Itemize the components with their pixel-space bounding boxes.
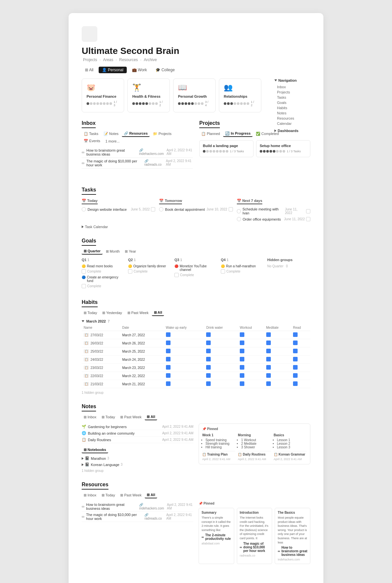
habit-cell-wake[interactable] (164, 347, 204, 356)
projects-filter-planned[interactable]: 📋 Planned (199, 131, 222, 137)
habit-cell-read[interactable] (291, 380, 310, 388)
notebooks-tab[interactable]: ⊞ Notebooks (82, 447, 108, 453)
goals-filter-quarter[interactable]: ⊞ Quarter (82, 248, 103, 255)
project-card-1[interactable]: Setup home office 1 / 3 Tasks (256, 140, 310, 157)
habit-check[interactable] (240, 373, 244, 378)
habit-cell-workout[interactable] (238, 331, 264, 339)
goals-filter-year[interactable]: ⊞ Year (123, 248, 138, 255)
goal-checkbox[interactable] (221, 269, 225, 274)
habit-check[interactable] (166, 365, 171, 370)
habit-cell-meditate[interactable] (264, 347, 291, 356)
area-card-1[interactable]: 🏋️ Health & Fitness 1 / 2 (127, 78, 170, 112)
task-checkbox[interactable] (82, 207, 86, 211)
habit-check[interactable] (166, 381, 171, 386)
habit-cell-water[interactable] (204, 380, 238, 388)
pinned-resource-card-2[interactable]: The Basics Most people equate product id… (275, 508, 310, 564)
habits-filter-all[interactable]: ⊞ All (152, 310, 164, 316)
projects-filter-inprogress[interactable]: 🔄 In Progress (223, 131, 253, 137)
habit-check[interactable] (206, 332, 211, 337)
inbox-filter-more[interactable]: 1 more... (104, 138, 122, 144)
notebook-item-1[interactable]: 📓 Korean Language 3 (82, 461, 193, 468)
habit-check[interactable] (166, 349, 171, 353)
habit-cell-workout[interactable] (238, 339, 264, 347)
habit-check[interactable] (266, 365, 271, 370)
habit-cell-water[interactable] (204, 331, 238, 339)
habits-filter-yesterday[interactable]: ⊞ Yesterday (100, 310, 124, 316)
resources-filter-inbox[interactable]: ⊞ Inbox (82, 492, 98, 498)
habit-check[interactable] (206, 349, 211, 353)
project-card-0[interactable]: Build a landing page 1 / 3 Tasks (199, 140, 253, 157)
nav-item-projects[interactable]: Projects (274, 90, 317, 95)
task-checkbox[interactable] (237, 217, 241, 221)
area-card-0[interactable]: 🐷 Personal Finance 1 / 3 (82, 78, 124, 112)
nav-item-habits[interactable]: Habits (274, 105, 317, 110)
nav-item-resources[interactable]: Resources (274, 116, 317, 121)
habit-check[interactable] (266, 373, 271, 378)
tab-work[interactable]: 💼 Work (129, 67, 150, 73)
habit-check[interactable] (266, 332, 271, 337)
habit-check[interactable] (240, 332, 244, 337)
pinned-note-card-0[interactable]: Week 1 Speed trainingStrength trainingHi… (202, 433, 235, 461)
goals-filter-month[interactable]: ⊞ Month (104, 248, 122, 255)
habit-cell-meditate[interactable] (264, 380, 291, 388)
inbox-filter-events[interactable]: 📅 Events (82, 138, 102, 144)
nav-collapse-icon[interactable] (274, 79, 277, 81)
habit-cell-wake[interactable] (164, 364, 204, 372)
task-checkbox[interactable] (237, 209, 241, 213)
resources-filter-pastweek[interactable]: ⊞ Past Week (118, 492, 143, 498)
inbox-filter-resources[interactable]: 🔗 Resources (122, 131, 150, 137)
notes-filter-pastweek[interactable]: ⊞ Past Week (118, 414, 143, 420)
habit-check[interactable] (293, 357, 298, 361)
habit-cell-wake[interactable] (164, 372, 204, 380)
habit-check[interactable] (240, 357, 244, 361)
habits-filter-pastweek[interactable]: ⊞ Past Week (125, 310, 151, 316)
habit-check[interactable] (266, 381, 271, 386)
notes-filter-all[interactable]: ⊞ All (145, 414, 157, 420)
habit-check[interactable] (266, 341, 271, 345)
tab-all[interactable]: ⊞ All (82, 67, 97, 73)
resource-item-0[interactable]: ∞ How to brainstorm great business ideas… (82, 502, 193, 512)
pinned-note-card-1[interactable]: Morning 1 Workout2 Meditate3 Shower 📋Dai… (238, 433, 271, 461)
tab-college[interactable]: 🎓 College (152, 67, 178, 73)
nav-item-goals[interactable]: Goals (274, 100, 317, 105)
inbox-item-0[interactable]: ∞ How to brainstorm great business ideas… (82, 147, 193, 158)
inbox-filter-notes[interactable]: 📝 Notes (102, 131, 121, 137)
habit-check[interactable] (293, 373, 298, 378)
resources-filter-all[interactable]: ⊞ All (145, 492, 157, 498)
habit-cell-workout[interactable] (238, 372, 264, 380)
habit-cell-wake[interactable] (164, 331, 204, 339)
habit-cell-wake[interactable] (164, 339, 204, 347)
habit-cell-water[interactable] (204, 339, 238, 347)
habit-check[interactable] (206, 341, 211, 345)
habit-check[interactable] (240, 365, 244, 370)
habits-filter-today[interactable]: ⊞ Today (82, 310, 99, 316)
habit-cell-wake[interactable] (164, 356, 204, 364)
habit-check[interactable] (293, 341, 298, 345)
habit-check[interactable] (293, 381, 298, 386)
habit-cell-meditate[interactable] (264, 364, 291, 372)
habit-check[interactable] (293, 332, 298, 337)
habit-cell-water[interactable] (204, 347, 238, 356)
habit-cell-read[interactable] (291, 364, 310, 372)
habit-cell-water[interactable] (204, 364, 238, 372)
habit-check[interactable] (206, 373, 211, 378)
note-item-0[interactable]: 🌱 Gardening for beginners April 2, 2022 … (82, 424, 193, 430)
tab-personal[interactable]: 👤 Personal (99, 67, 127, 73)
habits-group-expand-icon[interactable] (82, 320, 84, 322)
habit-check[interactable] (166, 373, 171, 378)
nav-item-calendar[interactable]: Calendar (274, 121, 317, 126)
habit-cell-read[interactable] (291, 331, 310, 339)
habit-cell-read[interactable] (291, 347, 310, 356)
habit-check[interactable] (166, 332, 171, 337)
habit-check[interactable] (293, 349, 298, 353)
goal-checkbox[interactable] (82, 269, 86, 274)
nav-item-notes[interactable]: Notes (274, 110, 317, 116)
habit-cell-meditate[interactable] (264, 339, 291, 347)
resources-filter-today[interactable]: ⊞ Today (100, 492, 117, 498)
habit-cell-meditate[interactable] (264, 356, 291, 364)
notes-filter-inbox[interactable]: ⊞ Inbox (82, 414, 98, 420)
pinned-resource-link-title[interactable]: ∞ The 2-minute productivity rule (202, 533, 231, 541)
task-calendar-link[interactable]: Task Calendar (82, 225, 310, 229)
notebook-item-0[interactable]: 📓 Marathon 3 (82, 455, 193, 461)
habit-check[interactable] (166, 357, 171, 361)
